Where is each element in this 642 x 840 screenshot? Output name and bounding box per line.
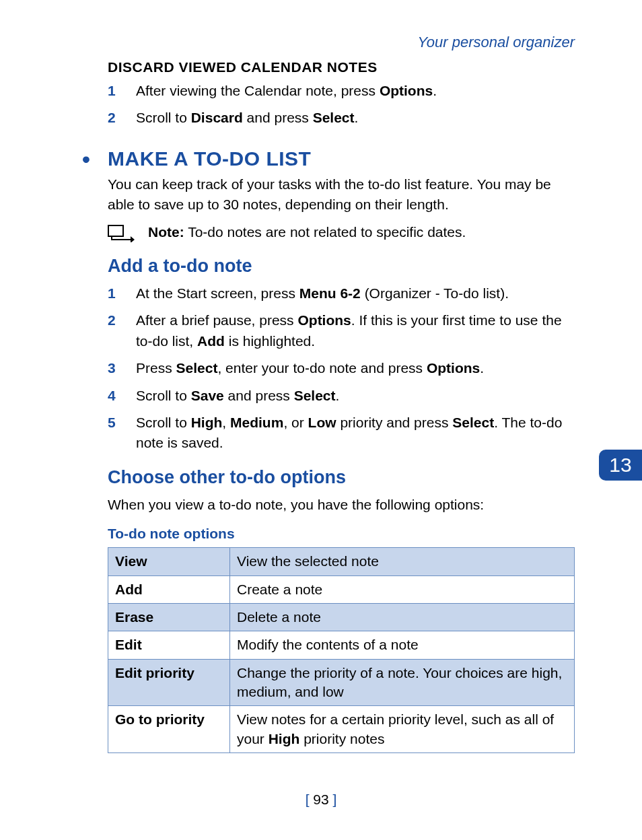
option-name: Edit [108, 631, 230, 659]
list-item: 2 Scroll to Discard and press Select. [108, 108, 575, 128]
list-item: 1 At the Start screen, press Menu 6-2 (O… [108, 283, 575, 304]
choose-heading: Choose other to-do options [108, 467, 575, 488]
options-table: View View the selected note Add Create a… [108, 547, 575, 753]
step-number: 1 [108, 283, 116, 304]
note-label: Note: [148, 224, 184, 240]
discard-steps: 1 After viewing the Calendar note, press… [108, 81, 575, 129]
step-number: 5 [108, 413, 116, 433]
bold: Discard [191, 110, 243, 125]
option-desc: Create a note [230, 575, 575, 603]
option-desc: View notes for a certain priority level,… [230, 706, 575, 753]
page-number: 93 [313, 792, 328, 807]
main-heading: MAKE A TO-DO LIST [85, 147, 575, 170]
main-intro: You can keep track of your tasks with th… [108, 174, 575, 215]
svg-marker-1 [131, 236, 135, 242]
list-item: 1 After viewing the Calendar note, press… [108, 81, 575, 101]
choose-intro: When you view a to-do note, you have the… [108, 495, 575, 515]
svg-rect-0 [108, 225, 123, 236]
step-text: . [433, 83, 437, 98]
table-caption: To-do note options [108, 526, 575, 542]
option-name: Add [108, 575, 230, 603]
option-desc: Delete a note [230, 603, 575, 631]
table-row: Edit priority Change the priority of a n… [108, 659, 575, 706]
option-desc: View the selected note [230, 548, 575, 575]
list-item: 3 Press Select, enter your to-do note an… [108, 358, 575, 378]
table-row: Add Create a note [108, 575, 575, 603]
bold: Select [313, 110, 355, 125]
option-name: View [108, 548, 230, 575]
step-number: 4 [108, 386, 116, 406]
bold: Options [380, 83, 433, 98]
step-text: After viewing the Calendar note, press [136, 83, 380, 98]
step-number: 1 [108, 81, 116, 101]
chapter-tab: 13 [599, 450, 642, 481]
list-item: 5 Scroll to High, Medium, or Low priorit… [108, 413, 575, 454]
add-steps: 1 At the Start screen, press Menu 6-2 (O… [108, 283, 575, 454]
note-block: Note: To-do notes are not related to spe… [108, 222, 575, 245]
list-item: 4 Scroll to Save and press Select. [108, 386, 575, 406]
step-text: Scroll to [136, 110, 191, 125]
add-heading: Add a to-do note [108, 256, 575, 277]
option-name: Erase [108, 603, 230, 631]
table-row: Go to priority View notes for a certain … [108, 706, 575, 753]
page-footer: [ 93 ] [0, 792, 642, 808]
note-text: Note: To-do notes are not related to spe… [148, 222, 466, 242]
bracket: ] [329, 792, 337, 807]
section-header: Your personal organizer [108, 34, 575, 51]
note-body: To-do notes are not related to specific … [184, 224, 466, 240]
option-name: Edit priority [108, 659, 230, 706]
table-row: Erase Delete a note [108, 603, 575, 631]
step-text: and press [243, 110, 313, 125]
list-item: 2 After a brief pause, press Options. If… [108, 310, 575, 351]
option-desc: Modify the contents of a note [230, 631, 575, 659]
table-row: View View the selected note [108, 548, 575, 575]
option-name: Go to priority [108, 706, 230, 753]
step-number: 2 [108, 310, 116, 330]
bracket: [ [306, 792, 314, 807]
table-row: Edit Modify the contents of a note [108, 631, 575, 659]
discard-heading: DISCARD VIEWED CALENDAR NOTES [108, 59, 575, 75]
option-desc: Change the priority of a note. Your choi… [230, 659, 575, 706]
note-icon [108, 225, 135, 245]
step-number: 2 [108, 108, 116, 128]
step-number: 3 [108, 358, 116, 378]
step-text: . [355, 110, 359, 125]
